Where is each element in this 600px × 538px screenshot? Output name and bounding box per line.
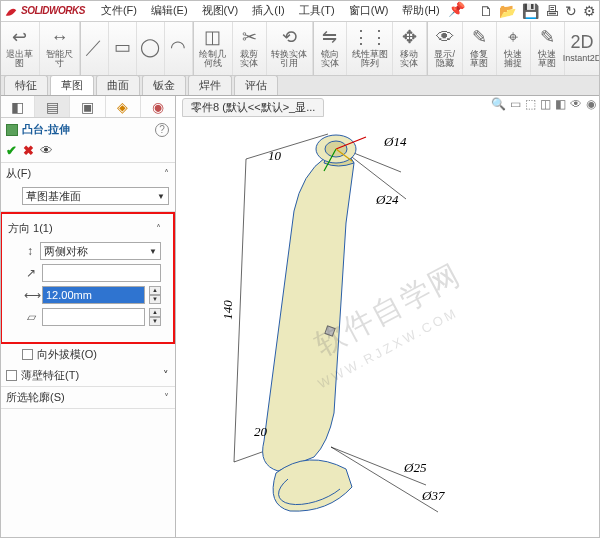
quick-snap-button[interactable]: ⌖快速捕捉	[497, 22, 531, 75]
ok-button[interactable]: ✔	[6, 143, 17, 158]
options-icon[interactable]: ⚙	[583, 3, 596, 19]
chevron-down-icon: ˅	[164, 392, 169, 403]
pattern-label: 线性草图阵列	[351, 50, 388, 70]
trim-button[interactable]: ✂裁剪实体	[233, 22, 267, 75]
quick-sketch-label: 快速草图	[535, 50, 560, 70]
dim-37: Ø37	[422, 488, 444, 504]
view-orient-icon[interactable]: ⬚	[525, 97, 536, 111]
depth-field[interactable]: 12.00mm	[42, 286, 145, 304]
smart-dimension-button[interactable]: ↔智能尺寸	[40, 22, 80, 75]
spin-down-icon[interactable]: ▼	[149, 295, 161, 304]
svg-line-0	[246, 134, 328, 159]
menu-help[interactable]: 帮助(H)	[396, 1, 445, 20]
rect-tool-button[interactable]: ▭	[109, 22, 137, 75]
menu-file[interactable]: 文件(F)	[95, 1, 143, 20]
tab-sheet[interactable]: 钣金	[142, 75, 186, 95]
appearance-icon[interactable]: ◉	[586, 97, 596, 111]
from-dropdown[interactable]: 草图基准面 ▼	[22, 187, 169, 205]
dim-14: Ø14	[384, 134, 406, 150]
heads-up-toolbar: 🔍 ▭ ⬚ ◫ ◧ 👁 ◉	[491, 97, 596, 111]
tab-surface[interactable]: 曲面	[96, 75, 140, 95]
smart-dimension-label: 智能尺寸	[44, 50, 75, 70]
menu-insert[interactable]: 插入(I)	[246, 1, 290, 20]
end-condition-value: 两侧对称	[44, 244, 88, 259]
spin-up-icon[interactable]: ▲	[149, 308, 161, 317]
svg-line-1	[234, 159, 246, 462]
draft-spinner[interactable]: ▲▼	[149, 308, 161, 326]
zoom-fit-icon[interactable]: 🔍	[491, 97, 506, 111]
quick-sketch-button[interactable]: ✎快速草图	[531, 22, 565, 75]
draw-geometry-label: 绘制几何线	[197, 50, 228, 70]
exit-sketch-button[interactable]: ↩退出草图	[0, 22, 40, 75]
draw-geometry-button[interactable]: ◫绘制几何线	[193, 22, 233, 75]
direction-vector-field[interactable]	[42, 264, 161, 282]
convert-entities-label: 转换实体引用	[271, 50, 308, 70]
pm-tab-feature-tree[interactable]: ◧	[0, 96, 35, 117]
hide-show-icon[interactable]: 👁	[570, 97, 582, 111]
repair-sketch-button[interactable]: ✎修复草图	[463, 22, 497, 75]
zoom-area-icon[interactable]: ▭	[510, 97, 521, 111]
menu-window[interactable]: 窗口(W)	[343, 1, 395, 20]
end-condition-dropdown[interactable]: 两侧对称 ▼	[40, 242, 161, 260]
new-icon[interactable]: 🗋	[479, 3, 493, 19]
draft-field[interactable]	[42, 308, 145, 326]
dim-20: 20	[254, 424, 267, 440]
graphics-area[interactable]: 零件8 (默认<<默认>_显... 🔍 ▭ ⬚ ◫ ◧ 👁 ◉	[176, 96, 600, 538]
extrude-icon	[6, 124, 18, 136]
instant2d-button[interactable]: 2DInstant2D	[565, 22, 600, 75]
preview-toggle-icon[interactable]: 👁	[40, 143, 53, 158]
help-icon[interactable]: ?	[155, 123, 169, 137]
open-icon[interactable]: 📂	[499, 3, 516, 19]
show-hide-button[interactable]: 👁显示/隐藏	[428, 22, 463, 75]
direction-1-label: 方向 1(1)	[8, 221, 53, 236]
menu-tools[interactable]: 工具(T)	[293, 1, 341, 20]
tab-feature[interactable]: 特征	[4, 75, 48, 95]
thin-feature-checkbox[interactable]	[6, 370, 17, 381]
thin-feature-header[interactable]: 薄壁特征(T) ˅	[0, 365, 175, 386]
circle-tool-button[interactable]: ◯	[137, 22, 165, 75]
repair-sketch-label: 修复草图	[467, 50, 492, 70]
pm-tab-config[interactable]: ▣	[70, 96, 105, 117]
save-icon[interactable]: 💾	[522, 3, 539, 19]
pm-tab-property[interactable]: ▤	[35, 96, 70, 117]
depth-spinner[interactable]: ▲▼	[149, 286, 161, 304]
document-tab[interactable]: 零件8 (默认<<默认>_显...	[182, 98, 324, 117]
chevron-down-icon: ▼	[157, 192, 165, 201]
menu-edit[interactable]: 编辑(E)	[145, 1, 194, 20]
quick-snap-label: 快速捕捉	[501, 50, 526, 70]
draft-icon[interactable]: ▱	[24, 310, 38, 324]
app-logo: SOLIDWORKS	[4, 4, 85, 18]
selected-contours-header[interactable]: 所选轮廓(S) ˅	[0, 387, 175, 408]
pm-tab-appearance[interactable]: ◉	[141, 96, 175, 117]
menu-view[interactable]: 视图(V)	[196, 1, 245, 20]
cancel-button[interactable]: ✖	[23, 143, 34, 158]
convert-entities-button[interactable]: ⟲转换实体引用	[267, 22, 313, 75]
tab-sketch[interactable]: 草图	[50, 75, 94, 95]
tab-weld[interactable]: 焊件	[188, 75, 232, 95]
mirror-button[interactable]: ⇋镜向实体	[313, 22, 347, 75]
pattern-button[interactable]: ⋮⋮线性草图阵列	[347, 22, 393, 75]
arc-tool-button[interactable]: ◠	[165, 22, 193, 75]
tab-eval[interactable]: 评估	[234, 75, 278, 95]
menu-pin-icon[interactable]: 📌	[448, 1, 465, 20]
selected-contours-label: 所选轮廓(S)	[6, 390, 65, 405]
dim-25: Ø25	[404, 460, 426, 476]
display-style-icon[interactable]: ◫	[540, 97, 551, 111]
reverse-direction-icon[interactable]: ↕	[24, 244, 36, 258]
from-group-header[interactable]: 从(F) ˄	[0, 163, 175, 184]
draft-outward-checkbox[interactable]	[22, 349, 33, 360]
direction-vector-icon[interactable]: ↗	[24, 266, 38, 280]
pm-tab-dim[interactable]: ◈	[106, 96, 141, 117]
dim-10: 10	[268, 148, 281, 164]
section-view-icon[interactable]: ◧	[555, 97, 566, 111]
spin-down-icon[interactable]: ▼	[149, 317, 161, 326]
instant2d-label: Instant2D	[563, 54, 600, 64]
spin-up-icon[interactable]: ▲	[149, 286, 161, 295]
direction-1-header[interactable]: 方向 1(1) ˄	[8, 218, 167, 239]
dim-140: 140	[220, 300, 236, 320]
move-label: 移动实体	[397, 50, 422, 70]
print-icon[interactable]: 🖶	[545, 3, 559, 19]
rebuild-icon[interactable]: ↻	[565, 3, 577, 19]
move-button[interactable]: ✥移动实体	[393, 22, 427, 75]
line-tool-button[interactable]: ／	[81, 22, 109, 75]
